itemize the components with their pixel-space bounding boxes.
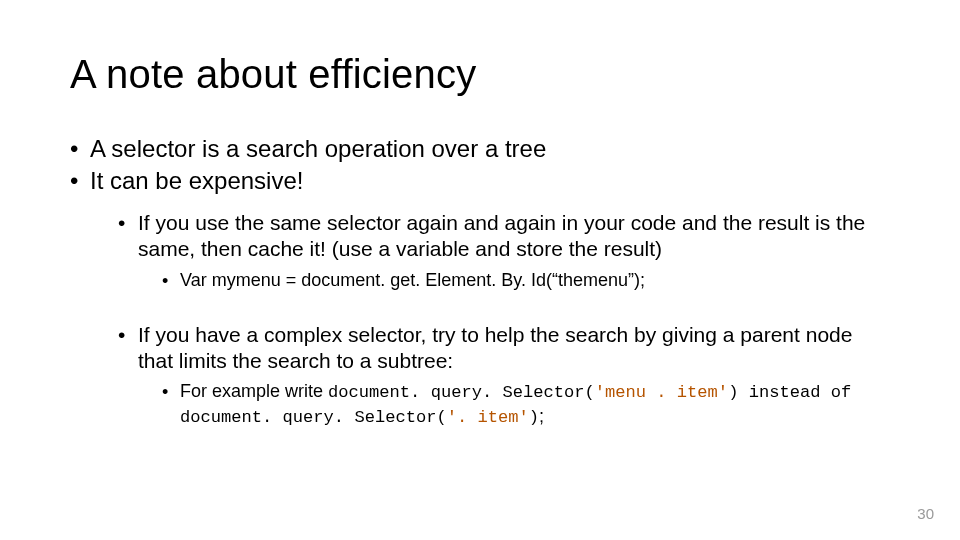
code-text: document. query. Selector(	[180, 408, 447, 427]
bullet-list: A selector is a search operation over a …	[70, 134, 890, 429]
bullet-text: If you use the same selector again and a…	[138, 211, 865, 260]
code-text: )	[529, 408, 539, 427]
slide: A note about efficiency A selector is a …	[0, 0, 960, 540]
bullet-list-l3: Var mymenu = document. get. Element. By.…	[138, 269, 890, 292]
example-lead: For example write	[180, 381, 328, 401]
bullet-l1: A selector is a search operation over a …	[70, 134, 890, 164]
bullet-l3: For example write document. query. Selec…	[162, 380, 890, 428]
bullet-text: It can be expensive!	[90, 167, 303, 194]
bullet-list-l3: For example write document. query. Selec…	[138, 380, 890, 428]
code-string: '. item'	[447, 408, 529, 427]
bullet-text: If you have a complex selector, try to h…	[138, 323, 852, 372]
slide-title: A note about efficiency	[70, 52, 890, 96]
bullet-l3: Var mymenu = document. get. Element. By.…	[162, 269, 890, 292]
example-tail: ;	[539, 406, 544, 426]
code-text: )	[728, 383, 749, 402]
bullet-l2: If you have a complex selector, try to h…	[118, 322, 890, 429]
bullet-l2: If you use the same selector again and a…	[118, 210, 890, 292]
code-text: instead of	[749, 383, 852, 402]
bullet-l1: It can be expensive! If you use the same…	[70, 166, 890, 429]
page-number: 30	[917, 505, 934, 522]
code-text: document. query. Selector(	[328, 383, 595, 402]
bullet-list-l2: If you use the same selector again and a…	[90, 210, 890, 429]
code-string: 'menu . item'	[595, 383, 728, 402]
